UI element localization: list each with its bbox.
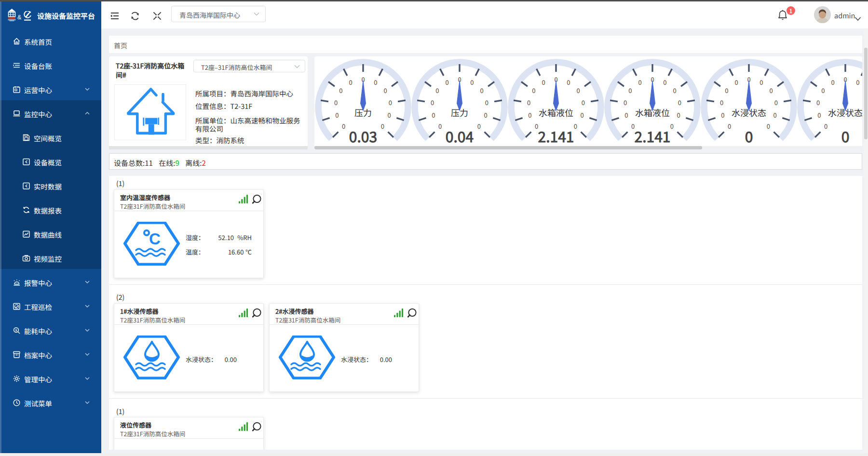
svg-text:0: 0 [527,98,530,107]
svg-text:0: 0 [628,86,632,95]
svg-text:0: 0 [445,78,448,87]
svg-text:0: 0 [624,110,628,120]
svg-text:0: 0 [432,110,435,120]
svg-text:0: 0 [831,78,834,87]
svg-text:0: 0 [728,121,731,131]
svg-text:0: 0 [624,98,627,107]
svg-text:0: 0 [480,86,483,95]
svg-text:0: 0 [334,98,338,107]
svg-text:0.03: 0.03 [349,125,377,147]
svg-text:0: 0 [638,78,641,87]
svg-text:0: 0 [389,98,392,107]
svg-text:0: 0 [773,110,777,120]
svg-text:0: 0 [582,98,585,107]
svg-text:水箱液位: 水箱液位 [539,106,573,119]
svg-text:0: 0 [720,98,723,107]
svg-text:0: 0 [745,125,753,147]
svg-text:水箱液位: 水箱液位 [635,106,670,119]
svg-text:0: 0 [477,121,481,131]
svg-text:0: 0 [435,86,439,95]
svg-text:压力: 压力 [451,106,468,119]
svg-text:0: 0 [824,121,827,131]
svg-text:0: 0 [856,78,859,87]
svg-text:0: 0 [532,86,535,95]
svg-text:0: 0 [817,110,821,120]
svg-text:0: 0 [767,121,770,131]
svg-text:0: 0 [673,86,676,95]
svg-text:2.141: 2.141 [538,125,574,147]
svg-text:0: 0 [383,86,387,95]
svg-text:0: 0 [388,110,391,120]
svg-text:0: 0 [335,110,339,120]
svg-text:0: 0 [760,78,763,87]
svg-text:0: 0 [734,78,738,87]
svg-text:0: 0 [574,121,577,131]
svg-text:0: 0 [374,78,377,87]
svg-text:0: 0 [567,78,570,87]
svg-text:压力: 压力 [354,106,372,119]
svg-text:C: C [149,230,161,248]
svg-text:0: 0 [485,98,488,107]
svg-text:0: 0 [774,98,778,107]
svg-text:0: 0 [769,86,773,95]
svg-text:0: 0 [431,98,434,107]
svg-text:0: 0 [841,125,850,147]
svg-text:0: 0 [581,110,584,120]
svg-text:0: 0 [339,86,342,95]
svg-text:0: 0 [821,86,825,95]
svg-text:0: 0 [725,86,728,95]
svg-text:0: 0 [470,78,474,87]
svg-text:0: 0 [816,98,820,107]
svg-text:0: 0 [542,78,545,87]
svg-text:0: 0 [721,110,724,120]
svg-text:0: 0 [484,110,488,120]
svg-text:0: 0 [528,110,531,120]
svg-text:0: 0 [349,78,352,87]
svg-text:0: 0 [576,86,580,95]
svg-text:水浸状态: 水浸状态 [732,106,766,119]
svg-text:0: 0 [438,121,442,131]
svg-text:2.141: 2.141 [635,125,671,147]
svg-text:0: 0 [670,121,674,131]
svg-text:0: 0 [677,110,680,120]
svg-text:0: 0 [381,121,384,131]
svg-text:水浸状态: 水浸状态 [828,106,862,119]
svg-text:0: 0 [663,78,666,87]
svg-text:0.04: 0.04 [446,125,474,147]
svg-text:0: 0 [342,121,345,131]
svg-text:0: 0 [678,98,681,107]
